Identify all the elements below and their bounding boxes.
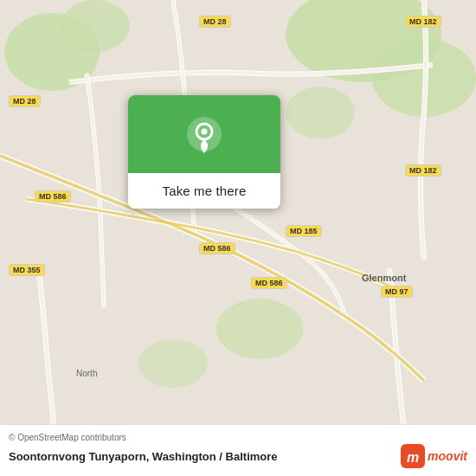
road-label-md97: MD 97 — [381, 286, 413, 298]
take-me-there-button[interactable]: Take me there — [128, 173, 280, 209]
svg-point-5 — [286, 87, 355, 138]
road-label-md182-mid: MD 182 — [405, 164, 441, 177]
svg-text:m: m — [407, 450, 419, 465]
moovit-text: moovit — [428, 449, 467, 463]
svg-point-7 — [138, 339, 208, 388]
road-label-md182-top: MD 182 — [405, 16, 441, 28]
road-label-md586-mid: MD 586 — [199, 242, 235, 254]
location-pin-icon — [185, 115, 223, 153]
road-label-md28-top: MD 28 — [199, 16, 231, 28]
map-background: Glenmont North — [0, 0, 476, 424]
svg-point-4 — [61, 0, 130, 52]
copyright-text: © OpenStreetMap contributors — [9, 433, 467, 442]
moovit-icon: m — [401, 444, 425, 468]
place-name: Soontornvong Tunyaporn, Washington / Bal… — [9, 450, 278, 463]
svg-point-6 — [216, 299, 303, 359]
road-label-md586-lower: MD 586 — [251, 277, 287, 289]
attribution-row: Soontornvong Tunyaporn, Washington / Bal… — [9, 444, 467, 468]
svg-text:Glenmont: Glenmont — [362, 273, 407, 283]
moovit-logo: m moovit — [401, 444, 467, 468]
road-label-md28-left: MD 28 — [9, 95, 41, 107]
road-label-md355: MD 355 — [9, 264, 45, 276]
svg-point-12 — [202, 129, 208, 135]
road-label-md185: MD 185 — [286, 225, 322, 237]
bottom-bar: © OpenStreetMap contributors Soontornvon… — [0, 424, 476, 476]
popup-card: Take me there — [128, 95, 280, 209]
popup-header — [128, 95, 280, 173]
road-label-md586-left: MD 586 — [35, 190, 71, 203]
svg-text:North: North — [76, 369, 97, 378]
map-container: Glenmont North MD 28 MD 28 MD 182 MD 182… — [0, 0, 476, 424]
